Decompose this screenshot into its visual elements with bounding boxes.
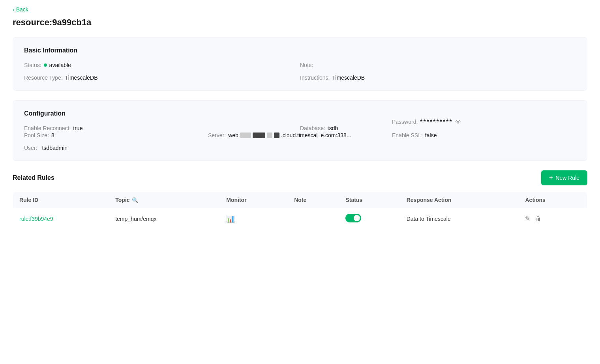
server-prefix: web <box>228 132 238 138</box>
pool-size-value: 8 <box>51 132 54 138</box>
server-redact-2 <box>253 133 265 138</box>
status-cell <box>339 208 400 230</box>
enable-ssl-label: Enable SSL: <box>392 132 423 138</box>
status-text: available <box>49 62 71 68</box>
eye-icon[interactable]: 👁 <box>455 119 461 126</box>
resource-type-field: Resource Type: TimescaleDB <box>24 75 300 81</box>
status-field: Status: available <box>24 62 300 68</box>
password-field: Password: ********** 👁 <box>392 119 576 126</box>
back-label: Back <box>16 6 28 13</box>
note-cell <box>288 208 339 230</box>
basic-info-card: Basic Information Status: available Note… <box>13 37 587 91</box>
status-toggle[interactable] <box>345 214 361 222</box>
instructions-value: TimescaleDB <box>332 75 365 81</box>
col-note: Note <box>288 192 339 208</box>
new-rule-label: New Rule <box>555 175 579 181</box>
user-field: User: tsdbadmin <box>24 145 576 151</box>
action-icons: ✎ 🗑 <box>525 215 581 222</box>
related-rules-section: Related Rules + New Rule Rule ID Topic 🔍… <box>13 170 587 230</box>
related-rules-header: Related Rules + New Rule <box>13 170 587 185</box>
pool-size-field: Pool Size: 8 <box>24 132 208 138</box>
basic-info-title: Basic Information <box>24 47 576 54</box>
toggle-knob <box>354 215 360 221</box>
note-field: Note: <box>300 62 576 68</box>
user-value: tsdbadmin <box>42 145 68 151</box>
plus-icon: + <box>549 174 553 181</box>
new-rule-button[interactable]: + New Rule <box>541 170 587 185</box>
server-domain: .cloud.timescal <box>281 132 318 138</box>
related-rules-title: Related Rules <box>13 174 54 181</box>
enable-reconnect-field: Enable Reconnect: true <box>24 125 300 131</box>
status-value: available <box>44 62 71 68</box>
database-label: Database: <box>300 125 325 131</box>
back-link[interactable]: ‹ Back <box>13 6 28 13</box>
server-suffix: e.com:338... <box>321 132 351 138</box>
table-header: Rule ID Topic 🔍 Monitor Note Status Resp… <box>13 192 587 208</box>
enable-ssl-value: false <box>425 132 437 138</box>
col-actions: Actions <box>519 192 587 208</box>
resource-type-label: Resource Type: <box>24 75 63 81</box>
password-dots: ********** <box>420 119 452 126</box>
server-label: Server: <box>208 132 226 138</box>
password-label: Password: <box>392 119 418 125</box>
topic-header-label: Topic <box>115 197 129 203</box>
monitor-cell: 📊 <box>220 208 288 230</box>
page-title: resource:9a99cb1a <box>13 17 587 28</box>
col-status: Status <box>339 192 400 208</box>
col-rule-id: Rule ID <box>13 192 109 208</box>
back-arrow-icon: ‹ <box>13 6 15 13</box>
resource-type-value: TimescaleDB <box>65 75 98 81</box>
enable-reconnect-value: true <box>73 125 82 131</box>
pool-size-label: Pool Size: <box>24 132 49 138</box>
col-response-action: Response Action <box>400 192 519 208</box>
enable-reconnect-label: Enable Reconnect: <box>24 125 71 131</box>
table-body: rule:f39b94e9 temp_hum/emqx 📊 Data to Ti… <box>13 208 587 230</box>
database-field: Database: tsdb <box>300 125 576 131</box>
delete-icon[interactable]: 🗑 <box>535 215 541 222</box>
server-field: Server: web .cloud.timescal e.com:338... <box>208 132 392 138</box>
enable-ssl-field: Enable SSL: false <box>392 132 576 138</box>
topic-cell: temp_hum/emqx <box>109 208 220 230</box>
topic-search-icon[interactable]: 🔍 <box>132 197 138 203</box>
password-value: ********** 👁 <box>420 119 461 126</box>
actions-cell: ✎ 🗑 <box>519 208 587 230</box>
col-monitor: Monitor <box>220 192 288 208</box>
col-topic: Topic 🔍 <box>109 192 220 208</box>
status-label: Status: <box>24 62 41 68</box>
server-value: web .cloud.timescal e.com:338... <box>228 132 351 138</box>
server-redact-3 <box>267 133 272 138</box>
edit-icon[interactable]: ✎ <box>525 215 530 222</box>
monitor-chart-icon[interactable]: 📊 <box>226 215 281 223</box>
rules-table: Rule ID Topic 🔍 Monitor Note Status Resp… <box>13 192 587 230</box>
configuration-title: Configuration <box>24 110 576 117</box>
rule-id-cell: rule:f39b94e9 <box>13 208 109 230</box>
rule-id-link[interactable]: rule:f39b94e9 <box>19 216 53 222</box>
status-dot-icon <box>44 63 47 67</box>
database-value: tsdb <box>328 125 338 131</box>
server-redact-1 <box>240 133 251 138</box>
user-label: User: <box>24 145 37 151</box>
instructions-field: Instructions: TimescaleDB <box>300 75 576 81</box>
table-row: rule:f39b94e9 temp_hum/emqx 📊 Data to Ti… <box>13 208 587 230</box>
note-label: Note: <box>300 62 313 68</box>
response-action-cell: Data to Timescale <box>400 208 519 230</box>
instructions-label: Instructions: <box>300 75 330 81</box>
configuration-card: Configuration Enable Reconnect: true Dat… <box>13 100 587 161</box>
server-redact-4 <box>274 133 279 138</box>
